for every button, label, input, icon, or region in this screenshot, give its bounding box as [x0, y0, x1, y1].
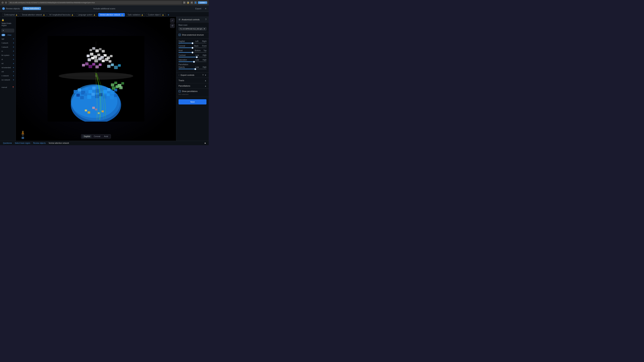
svg-rect-15	[103, 90, 107, 93]
add-icon[interactable]: +	[13, 79, 14, 81]
svg-rect-53	[94, 59, 98, 62]
browser-icon-2[interactable]: 🔒	[187, 1, 189, 4]
add-icon[interactable]: +	[13, 42, 14, 44]
sidebar-dropdown[interactable]: ▼	[2, 29, 14, 32]
show-parcellations-checkbox[interactable]	[178, 90, 181, 92]
sidebar-item-n-network[interactable]: n network +	[0, 74, 16, 78]
tag-custom-object-1[interactable]: Custom object 1 🔒	[146, 13, 166, 16]
svg-rect-26	[103, 95, 106, 98]
add-icon[interactable]: +	[13, 50, 14, 52]
add-icon[interactable]: +	[13, 66, 14, 69]
svg-rect-27	[106, 93, 110, 96]
review-objects-button[interactable]: Review objects	[2, 7, 20, 10]
url-bar[interactable]: els.us.edit.com/query?study=623a4a71ccfa…	[8, 1, 182, 4]
coronal-view-button[interactable]: Coronal	[92, 135, 102, 138]
update-button[interactable]: Update !	[198, 1, 207, 4]
help-icon[interactable]: ?	[205, 18, 206, 21]
show-instructions-button[interactable]: Show instructions	[23, 7, 41, 10]
browser-icon-1[interactable]: ⚙	[183, 1, 186, 4]
app-container: Review objects Show instructions Include…	[0, 5, 209, 145]
add-icon[interactable]: +	[13, 70, 14, 73]
base-scan-select[interactable]: T1: AX MPRAGE 512_ND (pri... ▼	[178, 27, 206, 30]
sagittal-track[interactable]	[178, 43, 206, 43]
add-tab-button[interactable]: +	[167, 13, 170, 16]
tracts-section[interactable]: Tracts ▲	[176, 78, 209, 83]
svg-rect-58	[82, 64, 85, 66]
breadcrumb-review-objects[interactable]: Review objects	[33, 142, 46, 144]
map-pin-icon: 📍	[12, 86, 14, 88]
help-icon-export[interactable]: ?	[202, 74, 204, 76]
user-avatar[interactable]: 👤	[194, 1, 197, 4]
clear-button[interactable]: Clear	[6, 34, 13, 36]
tag-optic-radiations[interactable]: Optic radiations 🔒	[126, 13, 145, 16]
saturation-track[interactable]	[178, 61, 206, 62]
svg-rect-59	[85, 62, 88, 65]
svg-rect-63	[99, 63, 102, 66]
breadcrumb-bar: Quicktome › Select brain region › Review…	[0, 141, 209, 145]
lock-icon: 🔒	[16, 14, 18, 16]
svg-rect-10	[85, 88, 88, 90]
tab-new-icon[interactable]	[5, 1, 7, 4]
close-button[interactable]: ×	[205, 7, 206, 10]
add-icon[interactable]: +	[13, 46, 14, 48]
svg-rect-41	[116, 85, 119, 88]
svg-rect-29	[114, 94, 118, 97]
parcellation-opacity-track[interactable]	[178, 69, 206, 69]
sidebar-item-nd-extended[interactable]: nd-extended +	[0, 65, 16, 70]
center-panel: ⤢ ↺ 🧍 P Sagittal Coronal Axial	[16, 17, 176, 141]
tag-inf-longitudinal[interactable]: Inf. longitudinal fasciculus 🔒	[48, 13, 75, 16]
brain-visualization[interactable]: ⤢ ↺ 🧍 P Sagittal Coronal Axial	[16, 17, 176, 141]
sidebar-item-bic[interactable]: bic system +	[0, 53, 16, 57]
sidebar-item-al[interactable]: al +	[0, 57, 16, 61]
tag-corticospinal[interactable]: Corticospinal 🔒	[2, 13, 19, 16]
browser-icon-3[interactable]: ★	[190, 1, 193, 4]
show-anatomical-checkbox[interactable]: ✓	[178, 34, 181, 36]
add-icon[interactable]: +	[13, 54, 14, 57]
contrast-track[interactable]	[178, 57, 206, 57]
add-icon[interactable]: +	[13, 62, 14, 65]
add-icon[interactable]: +	[13, 58, 14, 61]
sidebar-item-nd[interactable]: nd +	[0, 61, 16, 65]
breadcrumb-select-brain[interactable]: Select brain region	[15, 142, 30, 144]
maximize-button[interactable]: ⤢	[170, 18, 174, 23]
svg-rect-57	[109, 60, 112, 62]
lock-icon: 🔒	[71, 14, 74, 16]
body-label-p: P	[22, 137, 24, 139]
tag-language-system[interactable]: Language system 🔒	[76, 13, 97, 16]
sidebar-item-l-network2[interactable]: l network +	[0, 45, 16, 49]
sidebar-item-ion-network[interactable]: ion network +	[0, 78, 16, 82]
sidebar-item-age[interactable]: age +	[0, 37, 16, 41]
sidebar-item-manual[interactable]: manual 📍	[0, 86, 16, 89]
next-button[interactable]: Next	[178, 99, 206, 104]
object-tabs-bar: Corticospinal 🔒 Dorsal attention network…	[0, 12, 209, 17]
export-button[interactable]: Export	[195, 7, 201, 10]
svg-rect-42	[119, 86, 122, 89]
body-silhouette-icon: 🧍	[20, 130, 26, 136]
parcellations-section[interactable]: Parcellations ▲	[176, 83, 209, 89]
sidebar-item-l-network[interactable]: l network +	[0, 41, 16, 45]
sidebar-item-ork[interactable]: ork +	[0, 70, 16, 74]
export-controls-section[interactable]: ↑ Export controls ? ▼	[176, 72, 209, 78]
axial-track[interactable]	[178, 52, 206, 53]
tag-ventral-attention[interactable]: Ventral attention network 🔒	[98, 13, 125, 16]
svg-rect-61	[92, 63, 95, 65]
tab-close-icon[interactable]	[2, 1, 4, 4]
svg-rect-17	[110, 91, 114, 94]
reset-view-button[interactable]: ↺	[170, 23, 174, 28]
svg-rect-51	[88, 58, 91, 61]
tag-dorsal-attention[interactable]: Dorsal attention network 🔒	[20, 13, 46, 16]
sidebar-item-m[interactable]: m +	[0, 49, 16, 53]
show-anatomical-section: ✓ Show anatomical structure	[176, 32, 209, 39]
sagittal-view-button[interactable]: Sagittal	[82, 135, 92, 138]
add-icon[interactable]: +	[13, 74, 14, 77]
axial-view-button[interactable]: Axial	[102, 135, 110, 138]
svg-rect-64	[107, 65, 110, 68]
svg-rect-31	[88, 111, 90, 114]
sidebar-header: Select brain region	[0, 21, 16, 27]
axial-slider: Axial Bottom Top	[178, 49, 206, 53]
coronal-slider: Coronal Back Front	[178, 45, 206, 48]
svg-rect-72	[102, 50, 105, 52]
breadcrumb-quicktome[interactable]: Quicktome	[3, 142, 12, 144]
coronal-track[interactable]	[178, 47, 206, 48]
add-icon[interactable]: +	[13, 38, 14, 40]
